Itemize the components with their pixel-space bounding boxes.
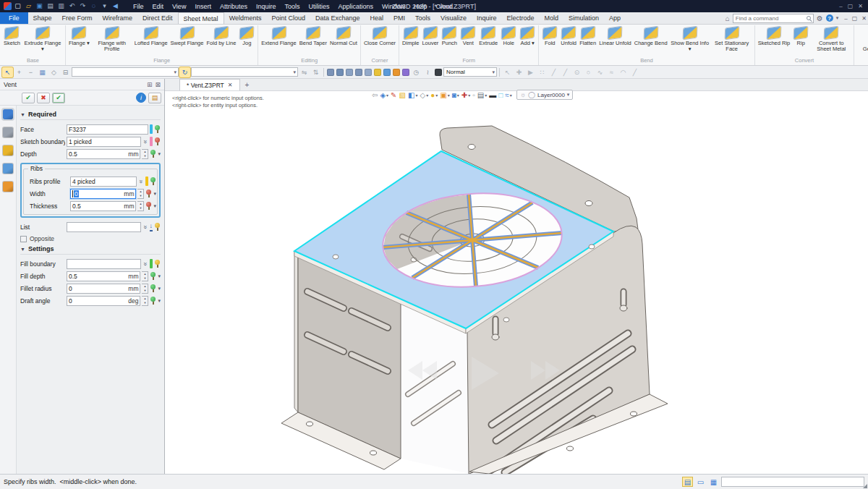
ribbon-button-hole[interactable]: Hole xyxy=(499,25,518,46)
panel-menu-icon[interactable]: ⊞ xyxy=(147,81,153,88)
cross-probe-icon[interactable]: ✚▾ xyxy=(461,90,470,100)
settings-section-header[interactable]: ▼ Settings xyxy=(20,245,161,255)
ribbon-button-change-bend[interactable]: Change Bend xyxy=(633,25,669,46)
command-input[interactable] xyxy=(721,477,864,487)
ribbon-button-sketch[interactable]: Sketch xyxy=(2,25,22,46)
display-mode-icon[interactable]: ◧▾ xyxy=(408,90,417,100)
filter-columns-icon[interactable]: ⊟ xyxy=(60,67,71,77)
ribbon-button-bend-taper[interactable]: Bend Taper xyxy=(298,25,328,46)
remove-from-selection-icon[interactable]: − xyxy=(25,67,36,77)
menu-file[interactable]: File xyxy=(129,3,148,10)
ribbon-button-linear-unfold[interactable]: Linear Unfold xyxy=(597,25,633,46)
doc-tool-icon[interactable] xyxy=(402,69,409,76)
menu-view[interactable]: View xyxy=(168,3,190,10)
ribbon-button-flatten[interactable]: Flatten xyxy=(578,25,597,46)
appearance-icon[interactable]: ▣▾ xyxy=(440,90,449,100)
ribbon-button-convert-to-sheet-metal[interactable]: Convert to Sheet Metal xyxy=(810,25,852,52)
redline-icon[interactable]: ✎ xyxy=(391,90,396,100)
find-command-box[interactable] xyxy=(733,14,814,23)
scene-tab-icon[interactable] xyxy=(3,163,13,174)
ribbon-button-lofted-flange[interactable]: Lofted Flange xyxy=(133,25,169,46)
ribbon-button-punch[interactable]: Punch xyxy=(440,25,459,46)
layer-color-icon[interactable]: ◯ xyxy=(528,91,535,98)
menu-tools[interactable]: Tools xyxy=(280,3,304,10)
fillet-radius-input[interactable]: 0mm xyxy=(67,284,140,294)
expand-list-icon[interactable]: » xyxy=(142,261,149,267)
select-cursor-icon[interactable]: ↖ xyxy=(2,67,13,77)
ribbon-tab-inquire[interactable]: Inquire xyxy=(472,12,502,24)
dropdown-icon[interactable]: ▾ xyxy=(386,93,388,98)
ribbon-tab-visualize[interactable]: Visualize xyxy=(435,12,472,24)
menu-utilities[interactable]: Utilities xyxy=(304,3,333,10)
style-combo[interactable]: Normal xyxy=(443,67,497,77)
dropdown-icon[interactable]: ▾ xyxy=(158,286,161,292)
ribbon-tab-file[interactable]: File xyxy=(0,12,28,24)
picker-state-icon[interactable] xyxy=(150,271,156,281)
ribbon-button-extrude-flange[interactable]: Extrude Flange ▾ xyxy=(22,25,64,52)
undo-icon[interactable]: ↶ xyxy=(67,1,77,11)
ribbon-tab-weldments[interactable]: Weldments xyxy=(224,12,267,24)
picker-state-icon[interactable] xyxy=(150,149,156,158)
picker-state-icon[interactable] xyxy=(145,201,152,211)
view-orientation-icon[interactable]: ◈▾ xyxy=(380,90,388,100)
constraint-icon[interactable] xyxy=(346,69,353,76)
ribbon-button-dimple[interactable]: Dimple xyxy=(401,25,420,46)
sketch-boundary-input[interactable]: 1 picked xyxy=(67,137,141,147)
ribbon-tab-wireframe[interactable]: Wireframe xyxy=(98,12,138,24)
opposite-checkbox[interactable] xyxy=(20,236,27,242)
dropdown-icon[interactable]: ▾ xyxy=(448,93,450,98)
monitor-icon[interactable]: ▭ xyxy=(695,477,706,487)
picker-state-icon[interactable] xyxy=(154,222,161,231)
ribbon-button-flange-with-profile[interactable]: Flange with Profile xyxy=(91,25,133,52)
shade-ic0n-yellow[interactable]: ▧ xyxy=(399,90,406,100)
restore-icon[interactable]: ▢ xyxy=(848,3,854,9)
input-options-button[interactable]: ▤ xyxy=(148,93,161,103)
curve-icon[interactable]: ≈ xyxy=(606,67,617,77)
ribbon-tab-mold[interactable]: Mold xyxy=(540,12,564,24)
spline-icon[interactable]: ∿ xyxy=(595,67,605,77)
draft-angle-input[interactable]: 0deg xyxy=(67,296,140,306)
spinner[interactable]: ▲▼ xyxy=(137,201,144,211)
ribbon-button-extrude[interactable]: Extrude xyxy=(477,25,499,46)
layer-visibility-icon[interactable]: ☼ xyxy=(520,91,526,98)
doc-tool-icon[interactable] xyxy=(383,69,391,76)
ribbon-button-rip[interactable]: Rip xyxy=(791,25,810,46)
constraint-icon[interactable] xyxy=(327,69,334,76)
model-canvas[interactable] xyxy=(165,105,867,474)
line-icon[interactable]: ╱ xyxy=(548,67,559,77)
home-icon[interactable]: ⌂ xyxy=(726,14,730,22)
document-tab-vent[interactable]: * Vent.Z3PRT ✕ xyxy=(179,79,240,90)
texture-icon[interactable]: ◙▾ xyxy=(452,90,459,100)
ribbon-tab-tools[interactable]: Tools xyxy=(410,12,435,24)
spinner[interactable]: ▲▼ xyxy=(142,296,148,306)
fill-boundary-input[interactable] xyxy=(67,259,141,269)
close-tab-icon[interactable]: ✕ xyxy=(228,82,233,88)
point-grid-icon[interactable]: ∷ xyxy=(537,67,548,77)
shadow-icon[interactable]: ▬ xyxy=(489,90,496,100)
dropdown-icon[interactable]: ▾ xyxy=(153,203,156,209)
apply-button[interactable]: ✔ xyxy=(52,93,65,103)
ribbon-tab-point-cloud[interactable]: Point Cloud xyxy=(266,12,310,24)
polygon-pick-icon[interactable]: ◇ xyxy=(48,67,59,77)
graphics-viewport[interactable]: * Vent.Z3PRT ✕ + <right-click> for numer… xyxy=(165,79,868,474)
datum-plane-icon[interactable]: ▫ xyxy=(472,90,475,100)
print-preview-icon[interactable]: ▥ xyxy=(56,1,66,11)
dropdown-icon[interactable]: ▾ xyxy=(426,93,428,98)
thickness-input[interactable]: 0.5mm xyxy=(70,201,136,211)
ribbon-tab-heal[interactable]: Heal xyxy=(365,12,389,24)
add-to-selection-icon[interactable]: + xyxy=(14,67,25,77)
ribbon-button-fold[interactable]: Fold xyxy=(540,25,559,46)
ribbon-button-flange[interactable]: Flange ▾ xyxy=(67,25,91,46)
width-input[interactable]: 0mm xyxy=(70,189,136,199)
cancel-button[interactable]: ✖ xyxy=(37,93,50,103)
doc-close-icon[interactable]: ✕ xyxy=(861,15,867,22)
ribbon-button-close-corner[interactable]: Close Corner xyxy=(362,25,397,46)
quick-save-icon[interactable]: ▦ xyxy=(708,477,719,487)
doc-tool-icon[interactable] xyxy=(393,69,400,76)
fill-depth-input[interactable]: 0.5mm xyxy=(67,271,140,281)
menu-insert[interactable]: Insert xyxy=(190,3,216,10)
app-logo[interactable] xyxy=(4,2,12,10)
ribbon-button-show-bend-info[interactable]: Show Bend Info ▾ xyxy=(669,25,711,52)
menu-edit[interactable]: Edit xyxy=(148,3,169,10)
spinner[interactable]: ▲▼ xyxy=(142,271,148,281)
